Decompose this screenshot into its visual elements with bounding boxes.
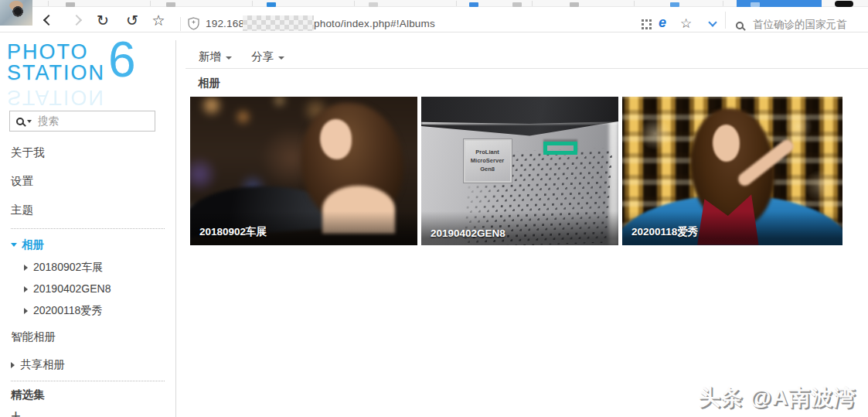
bookmark-star-icon[interactable]: ☆ — [680, 15, 692, 32]
address-bar-separator — [180, 17, 181, 31]
logo-line2: STATION — [7, 61, 105, 85]
logo-number: 6 — [108, 31, 136, 88]
photo-station-logo: PHOTO STATION 6 STATION — [7, 40, 162, 110]
sidebar-divider — [11, 381, 165, 381]
profile-avatar[interactable] — [0, 0, 32, 26]
album-title: 20190402GEN8 — [431, 227, 505, 239]
new-button[interactable]: 新增 — [199, 50, 232, 64]
tab-separator — [532, 1, 533, 6]
album-grid: 20180902车展 ProLiant MicroServer Gen8 — [190, 97, 842, 245]
toolbar-divider — [186, 68, 868, 69]
ie-browser-icon[interactable]: e — [659, 15, 666, 31]
album-card-aixiu[interactable]: 20200118爱秀 — [622, 97, 842, 245]
back-button[interactable] — [39, 10, 59, 30]
tree-collapsed-icon[interactable] — [24, 265, 28, 271]
qr-code-icon[interactable] — [642, 19, 644, 22]
browser-search-icon[interactable] — [736, 19, 744, 32]
star-icon: ☆ — [151, 13, 165, 28]
tab-separator — [723, 1, 723, 6]
tree-collapsed-icon[interactable] — [24, 286, 28, 292]
photo-station-app: PHOTO STATION 6 STATION 关于我 设置 主题 相册 201… — [0, 32, 868, 417]
refresh-button[interactable]: ↻ — [93, 10, 113, 30]
tab-separator — [48, 1, 49, 6]
sidebar-item-album-gen8[interactable]: 20190402GEN8 — [0, 282, 175, 295]
forward-button[interactable] — [66, 10, 87, 30]
search-options-caret-icon[interactable] — [27, 120, 32, 123]
album-label-overlay: 20180902车展 — [190, 211, 417, 245]
album-label-overlay: 20190402GEN8 — [421, 211, 618, 245]
sidebar-item-about[interactable]: 关于我 — [0, 146, 175, 159]
forward-icon — [71, 15, 82, 26]
tab-separator — [354, 1, 355, 6]
sidebar-item-albums[interactable]: 相册 — [0, 238, 175, 251]
refresh-icon: ↻ — [97, 13, 109, 28]
sidebar-item-shared-albums[interactable]: 共享相册 — [0, 358, 175, 371]
browser-search-suggestion[interactable]: 首位确诊的国家元首 — [753, 18, 847, 32]
album-thumbnail-detail — [421, 97, 618, 144]
caret-down-icon — [226, 56, 232, 60]
sidebar-divider — [11, 228, 165, 229]
album-card-carshow[interactable]: 20180902车展 — [190, 97, 417, 245]
album-title: 20200118爱秀 — [631, 225, 698, 239]
chevron-down-icon[interactable] — [708, 18, 717, 26]
album-label-overlay: 20200118爱秀 — [622, 211, 842, 245]
sidebar-item-collections[interactable]: 精选集 — [0, 388, 175, 401]
url-prefix[interactable]: 192.168. — [206, 18, 247, 29]
undo-icon: ↺ — [126, 13, 138, 28]
sidebar-item-album-aixiu[interactable]: 20200118爱秀 — [0, 304, 175, 316]
history-undo-button[interactable]: ↺ — [122, 10, 142, 30]
sidebar-item-album-carshow[interactable]: 20180902车展 — [0, 261, 175, 273]
browser-tab-strip[interactable] — [0, 0, 868, 7]
tree-collapsed-icon[interactable] — [11, 362, 15, 368]
browser-tab-dark-icon[interactable] — [835, 1, 853, 7]
search-separator — [725, 12, 726, 29]
active-browser-tab[interactable] — [737, 0, 822, 7]
magnifier-icon — [736, 22, 744, 29]
toutiao-watermark: 头条 @A南波湾 — [699, 383, 856, 412]
url-suffix[interactable]: photo/index.php#!Albums — [314, 18, 435, 29]
server-badge: ProLiant MicroServer Gen8 — [463, 138, 512, 183]
browser-toolbar: ↻ ↺ ☆ 192.168. photo/index.php#!Albums e… — [0, 7, 868, 32]
add-collection-button[interactable]: + — [0, 406, 175, 417]
search-input[interactable] — [38, 115, 155, 127]
sidebar-nav: 关于我 设置 主题 相册 20180902车展 20190402GEN8 202… — [0, 132, 175, 417]
url-censored-mosaic — [243, 15, 314, 31]
tree-collapsed-icon[interactable] — [24, 308, 28, 314]
sidebar-item-smart-albums[interactable]: 智能相册 — [0, 330, 175, 343]
site-shield-icon[interactable] — [188, 17, 199, 33]
sidebar-item-settings[interactable]: 设置 — [0, 175, 175, 187]
sidebar-search-box[interactable] — [9, 111, 155, 132]
tab-separator — [634, 1, 635, 6]
album-thumbnail-detail — [320, 119, 352, 159]
sidebar: PHOTO STATION 6 STATION 关于我 设置 主题 相册 201… — [0, 32, 175, 417]
back-icon — [43, 15, 54, 26]
album-thumbnail-detail — [713, 125, 740, 162]
main-content: 新增 分享 相册 20180902车展 — [176, 32, 868, 417]
tab-separator — [252, 1, 253, 6]
search-icon — [16, 118, 24, 125]
tab-separator — [456, 1, 457, 6]
logo-reflection: STATION — [7, 85, 105, 109]
album-card-gen8[interactable]: ProLiant MicroServer Gen8 20190402GEN8 — [421, 97, 618, 245]
album-title: 20180902车展 — [199, 225, 267, 239]
tab-separator — [150, 1, 151, 6]
caret-down-icon — [278, 56, 284, 60]
albums-toolbar: 新增 分享 — [176, 32, 868, 68]
favorite-button[interactable]: ☆ — [148, 10, 168, 30]
section-title: 相册 — [198, 76, 220, 91]
share-button[interactable]: 分享 — [251, 50, 284, 64]
hpe-logo — [543, 142, 577, 155]
screen: ↻ ↺ ☆ 192.168. photo/index.php#!Albums e… — [0, 0, 868, 417]
tree-expanded-icon[interactable] — [11, 243, 17, 247]
sidebar-item-theme[interactable]: 主题 — [0, 203, 175, 216]
